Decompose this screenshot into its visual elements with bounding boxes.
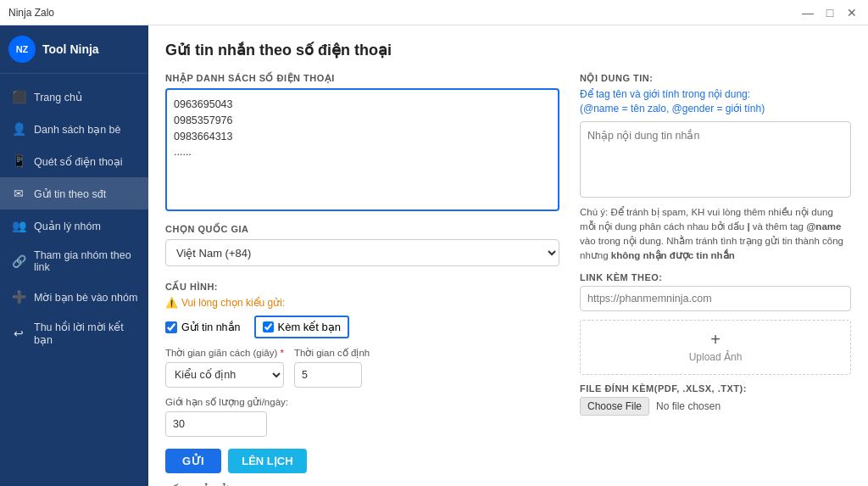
link-label: LINK KÈM THEO: (580, 272, 851, 282)
country-label: CHỌN QUỐC GIA (165, 224, 559, 235)
limit-row: Giới hạn số lượng gửi/ngày: (165, 396, 559, 437)
sidebar-logo: NZ (8, 36, 36, 63)
link-icon: 🔗 (10, 253, 27, 270)
sidebar-item-invite-group[interactable]: ➕ Mời bạn bè vào nhóm (0, 281, 148, 313)
sidebar-item-label: Tham gia nhóm theo link (34, 249, 138, 273)
sidebar-item-dashboard[interactable]: ⬛ Trang chủ (0, 81, 148, 113)
sidebar-item-friends-list[interactable]: 👤 Danh sách bạn bè (0, 113, 148, 145)
sidebar-item-label: Mời bạn bè vào nhóm (34, 291, 137, 304)
upload-plus-icon: + (710, 331, 721, 348)
sidebar-item-label: Danh sách bạn bè (34, 123, 121, 136)
config-label: CẤU HÌNH: (165, 282, 559, 293)
sidebar-item-scan-phone[interactable]: 📱 Quét số điện thoại (0, 145, 148, 177)
country-section: CHỌN QUỐC GIA Việt Nam (+84) United Stat… (165, 224, 559, 266)
close-button[interactable]: ✕ (844, 5, 860, 20)
group-icon: 👥 (10, 217, 27, 234)
limit-label: Giới hạn số lượng gửi/ngày: (165, 396, 559, 408)
timing-type-label: Thời gian giãn cách (giây) * (165, 347, 284, 359)
upload-area[interactable]: + Upload Ảnh (580, 320, 851, 375)
timing-type-select[interactable]: Kiểu cố định Kiểu ngẫu nhiên (165, 362, 284, 388)
file-row: Choose File No file chosen (580, 397, 851, 416)
timing-type-field: Thời gian giãn cách (giây) * Kiểu cố địn… (165, 347, 284, 388)
timing-row: Thời gian giãn cách (giây) * Kiểu cố địn… (165, 347, 559, 388)
send-icon: ✉ (10, 185, 27, 202)
form-right: NỘI DUNG TIN: Để tag tên và giới tính tr… (580, 73, 851, 486)
sidebar-item-label: Gửi tin theo sđt (34, 187, 106, 200)
country-select[interactable]: Việt Nam (+84) United States (+1) Japan … (165, 239, 559, 266)
titlebar: Ninja Zalo — □ ✕ (0, 0, 868, 25)
msg-note: Chú ý: Để tránh bị spam, KH vui lòng thê… (580, 205, 851, 264)
file-choose-button[interactable]: Choose File (580, 397, 649, 416)
upload-text: Upload Ảnh (689, 351, 743, 363)
warning-text: Vui lòng chọn kiểu gửi: (181, 297, 285, 309)
required-star: * (281, 348, 284, 358)
config-warning: ⚠️ Vui lòng chọn kiểu gửi: (165, 297, 559, 309)
invite-icon: ➕ (10, 288, 27, 305)
phone-list-input[interactable]: 0963695043 0985357976 0983664313 ...... (165, 88, 559, 211)
sidebar-header: NZ Tool Ninja (0, 25, 148, 74)
checkbox-send-label[interactable]: Gửi tin nhắn (165, 316, 241, 338)
titlebar-controls: — □ ✕ (800, 5, 860, 20)
friends-icon: 👤 (10, 120, 27, 137)
schedule-button[interactable]: LÊN LỊCH (228, 449, 306, 473)
maximize-button[interactable]: □ (822, 5, 837, 20)
config-section: CẤU HÌNH: ⚠️ Vui lòng chọn kiểu gửi: Gửi… (165, 282, 559, 473)
form-left: NHẬP DANH SÁCH SỐ ĐIỆN THOẠI 0963695043 … (165, 73, 559, 486)
sidebar-item-join-group-link[interactable]: 🔗 Tham gia nhóm theo link (0, 242, 148, 281)
dashboard-icon: ⬛ (10, 88, 27, 105)
tag-hint-line2: (@name = tên zalo, @gender = giới tính) (580, 103, 765, 115)
timing-value-label: Thời gian cố định (294, 347, 370, 359)
checkbox-send-text: Gửi tin nhắn (181, 321, 241, 333)
sidebar: NZ Tool Ninja ⬛ Trang chủ 👤 Danh sách bạ… (0, 25, 148, 486)
main-content: Gửi tin nhắn theo số điện thoại NHẬP DAN… (148, 25, 868, 486)
checkbox-friend-box: Kèm kết bạn (254, 316, 350, 338)
file-label: FILE ĐÍNH KÈM(PDF, .XLSX, .TXT): (580, 383, 851, 394)
timing-value-field: Thời gian cố định (294, 347, 370, 388)
tag-hint-line1: Để tag tên và giới tính trong nội dung: (580, 88, 750, 100)
page-title: Gửi tin nhắn theo số điện thoại (165, 41, 851, 59)
link-input[interactable] (580, 286, 851, 311)
sidebar-item-manage-group[interactable]: 👥 Quản lý nhóm (0, 209, 148, 242)
sidebar-app-name: Tool Ninja (42, 42, 99, 56)
checkbox-send[interactable] (165, 321, 177, 333)
tag-hint: Để tag tên và giới tính trong nội dung: … (580, 87, 851, 116)
limit-input[interactable] (165, 411, 267, 437)
timing-label-text: Thời gian giãn cách (giây) (165, 348, 277, 358)
send-button[interactable]: GỬI (165, 449, 221, 473)
checkbox-friend[interactable] (263, 321, 274, 332)
warning-icon: ⚠️ (165, 297, 178, 309)
sidebar-nav: ⬛ Trang chủ 👤 Danh sách bạn bè 📱 Quét số… (0, 74, 148, 486)
titlebar-title: Ninja Zalo (8, 7, 54, 19)
form-layout: NHẬP DANH SÁCH SỐ ĐIỆN THOẠI 0963695043 … (165, 73, 851, 486)
phone-list-label: NHẬP DANH SÁCH SỐ ĐIỆN THOẠI (165, 73, 559, 84)
revoke-icon: ↩ (10, 325, 27, 342)
sidebar-item-label: Trang chủ (34, 91, 82, 103)
sidebar-item-revoke-invite[interactable]: ↩ Thu hồi lời mời kết bạn (0, 313, 148, 354)
file-name: No file chosen (656, 400, 721, 412)
sidebar-item-send-sdt[interactable]: ✉ Gửi tin theo sđt (0, 177, 148, 209)
action-buttons: GỬI LÊN LỊCH (165, 449, 559, 473)
minimize-button[interactable]: — (800, 5, 815, 20)
sidebar-item-label: Quét số điện thoại (34, 155, 123, 168)
timing-value-input[interactable] (294, 362, 362, 388)
msg-content-input[interactable] (580, 121, 851, 198)
sidebar-item-label: Quản lý nhóm (34, 220, 101, 232)
checkbox-friend-text: Kèm kết bạn (278, 321, 342, 333)
app-layout: NZ Tool Ninja ⬛ Trang chủ 👤 Danh sách bạ… (0, 25, 868, 486)
checkboxes: Gửi tin nhắn Kèm kết bạn (165, 316, 559, 338)
scan-icon: 📱 (10, 153, 27, 170)
sidebar-item-label: Thu hồi lời mời kết bạn (34, 321, 138, 346)
msg-content-label: NỘI DUNG TIN: (580, 73, 851, 84)
